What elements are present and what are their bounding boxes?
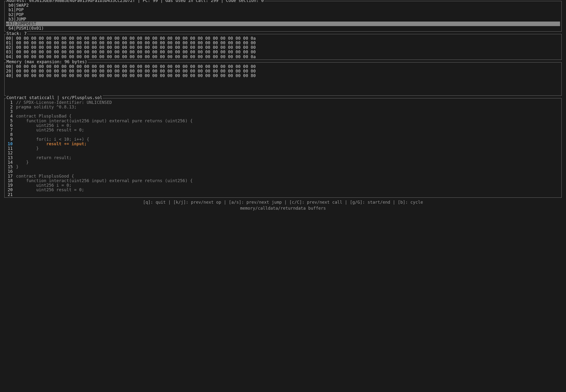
stack-row: 02| 00 00 00 00 00 00 00 00 00 00 00 00 …	[6, 45, 561, 50]
source-lineno: 17	[6, 174, 16, 179]
source-line: 10 result += input;	[6, 142, 561, 146]
stack-panel: Stack: 7 00| 00 00 00 00 00 00 00 00 00 …	[4, 34, 562, 60]
source-line: 17contract PlusplusGood {	[6, 174, 561, 179]
memory-panel-title: Memory (max expansion: 96 bytes)	[6, 60, 88, 64]
source-line: 19 uint256 i = 0;	[6, 183, 561, 188]
memory-body: 00| 00 00 00 00 00 00 00 00 00 00 00 00 …	[5, 62, 561, 96]
source-line: 9 for(i; i < 10; i++) {	[6, 137, 561, 142]
source-line: 2pragma solidity ^0.8.13;	[6, 105, 561, 109]
source-code-highlight: result += input;	[16, 142, 87, 146]
source-line: 15}	[6, 165, 561, 169]
memory-row: 00| 00 00 00 00 00 00 00 00 00 00 00 00 …	[6, 64, 561, 69]
source-code: function interact(uint256 input) externa…	[16, 119, 193, 123]
source-code: uint256 result = 0;	[16, 188, 84, 192]
source-lineno: 9	[6, 137, 16, 142]
disassembly-body: b0|SWAP2 b1|POP b2|POP b3|JUMP▸63|JUMPDE…	[5, 1, 561, 31]
disasm-line: b1|POP	[6, 8, 561, 12]
source-code: // SPDX-License-Identifier: UNLICENSED	[16, 100, 112, 105]
source-lineno: 5	[6, 119, 16, 123]
disasm-line: b0|SWAP2	[6, 3, 561, 8]
source-lineno: 19	[6, 183, 16, 188]
source-lineno: 20	[6, 188, 16, 192]
source-lineno: 2	[6, 105, 16, 109]
disasm-line-current: ▸63|JUMPDEST	[6, 22, 560, 26]
source-lineno: 7	[6, 128, 16, 132]
stack-body: 00| 00 00 00 00 00 00 00 00 00 00 00 00 …	[5, 34, 561, 60]
source-lineno: 12	[6, 151, 16, 155]
source-body: 1// SPDX-License-Identifier: UNLICENSED2…	[5, 98, 561, 197]
source-lineno: 1	[6, 100, 16, 105]
disasm-line: b3|JUMP	[6, 17, 561, 22]
source-code: contract PlusplusBad {	[16, 114, 71, 118]
memory-row: 20| 00 00 00 00 00 00 00 00 00 00 00 00 …	[6, 69, 561, 73]
source-panel-title: Contract staticcall | src/Plusplus.sol	[6, 96, 103, 100]
source-line: 14 }	[6, 160, 561, 165]
source-lineno: 3	[6, 109, 16, 114]
stack-panel-title: Stack: 7	[6, 31, 27, 36]
source-line: 3	[6, 109, 561, 114]
source-lineno: 15	[6, 165, 16, 169]
source-line: 8	[6, 132, 561, 137]
source-lineno: 14	[6, 160, 16, 165]
source-lineno: 21	[6, 192, 16, 197]
source-line: 16	[6, 169, 561, 174]
disasm-line: 64|PUSH1(0x01)	[6, 26, 561, 31]
stack-row: 01| 00 00 00 00 00 00 00 00 00 00 00 00 …	[6, 41, 561, 45]
source-line: 13 return result;	[6, 155, 561, 160]
memory-panel: Memory (max expansion: 96 bytes) 00| 00 …	[4, 62, 562, 96]
source-line: 1// SPDX-License-Identifier: UNLICENSED	[6, 100, 561, 105]
source-lineno: 10	[6, 142, 16, 146]
source-lineno: 13	[6, 155, 16, 160]
source-line: 18 function interact(uint256 input) exte…	[6, 179, 561, 183]
source-line: 4contract PlusplusBad {	[6, 114, 561, 118]
source-code: uint256 i = 0;	[16, 183, 71, 188]
source-code: function interact(uint256 input) externa…	[16, 179, 193, 183]
memory-row: 40| 00 00 00 00 00 00 00 00 00 00 00 00 …	[6, 73, 561, 78]
source-code: pragma solidity ^0.8.13;	[16, 105, 77, 109]
source-lineno: 16	[6, 169, 16, 174]
source-code: uint256 result = 0;	[16, 128, 84, 132]
source-line: 12	[6, 151, 561, 155]
source-line: 7 uint256 result = 0;	[6, 128, 561, 132]
source-panel: Contract staticcall | src/Plusplus.sol 1…	[4, 98, 562, 198]
source-lineno: 18	[6, 179, 16, 183]
address-panel: Address: 0x5615dEB798BB3E4dFa0139dFa1b3D…	[4, 1, 562, 32]
source-code: }	[16, 165, 19, 169]
source-code: }	[16, 146, 39, 151]
stack-row: 00| 00 00 00 00 00 00 00 00 00 00 00 00 …	[6, 36, 561, 41]
source-code: for(i; i < 10; i++) {	[16, 137, 89, 142]
source-code: }	[16, 160, 29, 165]
source-line: 20 uint256 result = 0;	[6, 188, 561, 192]
source-lineno: 8	[6, 132, 16, 137]
address-panel-title: Address: 0x5615dEB798BB3E4dFa0139dFa1b3D…	[6, 0, 264, 3]
source-lineno: 11	[6, 146, 16, 151]
footer-line1: [q]: quit | [k/j]: prev/next op | [a/s]:…	[0, 200, 566, 205]
footer-line2: memory/calldata/returndata buffers	[0, 206, 566, 210]
source-code: return result;	[16, 155, 71, 160]
source-line: 6 uint256 i = 0;	[6, 123, 561, 128]
source-line: 5 function interact(uint256 input) exter…	[6, 119, 561, 123]
source-code: contract PlusplusGood {	[16, 174, 74, 179]
source-line: 21	[6, 192, 561, 197]
stack-row: 04| 00 00 00 00 00 00 00 00 00 00 00 00 …	[6, 55, 561, 59]
disasm-line: b2|POP	[6, 13, 561, 17]
source-line: 11 }	[6, 146, 561, 151]
source-lineno: 4	[6, 114, 16, 118]
stack-row: 03| 00 00 00 00 00 00 00 00 00 00 00 00 …	[6, 50, 561, 54]
source-code: uint256 i = 0;	[16, 123, 71, 128]
source-lineno: 6	[6, 123, 16, 128]
